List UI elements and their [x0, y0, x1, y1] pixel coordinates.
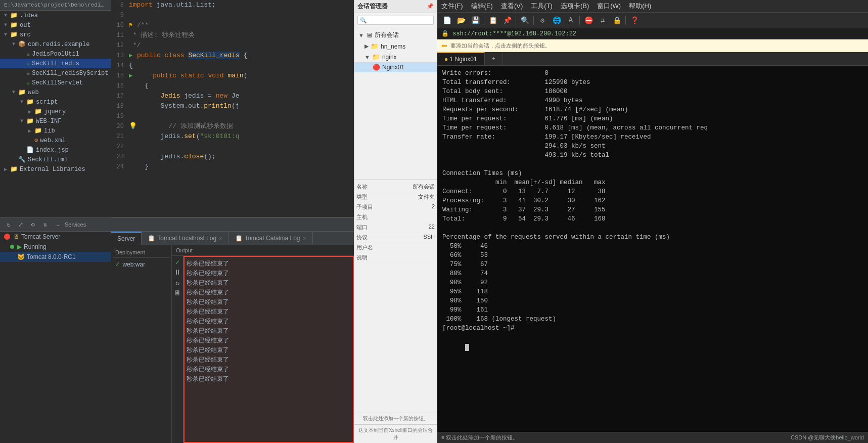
java-icon: ☕ — [26, 69, 30, 77]
menu-view[interactable]: 查看(V) — [501, 2, 523, 11]
server-tree-tomcat[interactable]: 🖥 Tomcat Server — [0, 232, 111, 242]
statusbar-right-text: CSDN @无聊大侠hello_world — [791, 434, 864, 441]
sort-btn[interactable]: ⇅ — [40, 220, 50, 229]
session-hn-nems[interactable]: ▶ 📁 hn_nems — [354, 41, 437, 52]
tree-arrow: ▶ — [4, 166, 10, 172]
code-editor[interactable]: 8 import java.util.List; 9 10 ⚑ /** 11 *… — [111, 0, 354, 217]
tree-item-indexjsp[interactable]: ▶ 📄 index.jsp — [0, 145, 111, 155]
file-tree: E:\JavaTest\project\Demo\redis\Seckill ▼… — [0, 0, 111, 217]
folder-icon: 📁 — [10, 165, 18, 173]
server-tree-running[interactable]: ▶ Running — [0, 242, 111, 252]
file-tree-header: E:\JavaTest\project\Demo\redis\Seckill — [0, 0, 111, 11]
terminal-output[interactable]: Write errors: 0 Total transferred: 12599… — [437, 66, 868, 432]
tree-item-seckillservlet[interactable]: ▶ ☕ SecKillServlet — [0, 78, 111, 87]
tree-arrow: ▼ — [12, 41, 18, 47]
toolbar-save[interactable]: 💾 — [470, 15, 481, 26]
tab-catalina-log[interactable]: 📋 Tomcat Catalina Log ✕ — [229, 232, 312, 244]
toolbar-divider5 — [625, 16, 626, 25]
menu-tabs[interactable]: 选项卡(B) — [561, 2, 589, 11]
tree-item-out[interactable]: ▼ 📁 out — [0, 20, 111, 30]
toolbar-new[interactable]: 📄 — [441, 15, 452, 26]
prop-type-value: 文件夹 — [418, 193, 435, 201]
term-line-4: HTML transferred: 4990 bytes — [442, 96, 863, 105]
menu-file[interactable]: 文件(F) — [441, 2, 463, 11]
session-panel: 会话管理器 📌 ▼ 🖥 所有会话 ▶ 📁 hn_nems ▼ 📁 nginx 🔴… — [354, 0, 437, 443]
tree-item-lib[interactable]: ▶ 📁 lib — [0, 126, 111, 136]
code-line-23: 23 jedis.close(); — [111, 152, 354, 162]
term-line-12: Connection Times (ms) — [442, 169, 863, 178]
session-search-input[interactable] — [357, 16, 434, 25]
toolbar-settings[interactable]: ⚙ — [537, 15, 548, 26]
tree-item-webxml[interactable]: ▶ ⚙ web.xml — [0, 136, 111, 145]
tree-item-com[interactable]: ▼ 📦 com.redis.example — [0, 39, 111, 49]
tree-item-src[interactable]: ▼ 📁 src — [0, 30, 111, 39]
all-sessions-label: 所有会话 — [375, 31, 399, 39]
server-tree-tomcat-version[interactable]: 🐱 Tomcat 8.0.0-RC1 — [0, 252, 111, 262]
session-pin-icon[interactable]: 📌 — [427, 3, 434, 10]
toolbar-connect[interactable]: 🌐 — [551, 15, 562, 26]
filter-btn[interactable]: ⚙ — [28, 220, 37, 229]
toolbar-search[interactable]: 🔍 — [519, 15, 530, 26]
expand-btn[interactable]: ⤢ — [16, 220, 25, 229]
menu-window[interactable]: 窗口(W) — [597, 2, 621, 11]
code-line-12: 12 */ — [111, 40, 354, 51]
stop-icon — [4, 234, 10, 240]
tab-close[interactable]: ✕ — [218, 236, 222, 241]
session-all[interactable]: ▼ 🖥 所有会话 — [354, 29, 437, 41]
menu-tools[interactable]: 工具(T) — [531, 2, 553, 11]
terminal-statusbar: ≡ 双击此处添加一个新的按钮。 CSDN @无聊大侠hello_world — [437, 432, 868, 443]
tree-item-script[interactable]: ▼ 📁 script — [0, 97, 111, 107]
term-tab-add[interactable]: + — [485, 53, 503, 65]
session-nginx01[interactable]: 🔴 Nginx01 — [354, 62, 437, 72]
log-line-12: 秒杀已经结束了 — [187, 365, 351, 374]
menu-edit[interactable]: 编辑(E) — [471, 2, 493, 11]
more-btn[interactable]: … — [53, 220, 62, 229]
code-content: 8 import java.util.List; 9 10 ⚑ /** 11 *… — [111, 0, 354, 172]
tree-item-jedispoolutil[interactable]: ▶ ☕ JedisPoolUtil — [0, 49, 111, 59]
log-line-5: 秒杀已经结束了 — [187, 297, 351, 307]
tree-item-seckill-byscript[interactable]: ▶ ☕ SecKill_redisByScript — [0, 68, 111, 78]
menu-help[interactable]: 帮助(H) — [629, 2, 651, 11]
term-tab-nginx01[interactable]: ● 1 Nginx01 — [437, 52, 485, 65]
tree-item-jquery[interactable]: ▶ 📁 jquery — [0, 107, 111, 116]
tree-item-web[interactable]: ▼ 📁 web — [0, 87, 111, 97]
toolbar-font[interactable]: A — [565, 15, 576, 26]
term-line-7: Time per request: 0.618 [ms] (mean, acro… — [442, 123, 863, 132]
server-icon-nginx01: 🔴 — [373, 64, 380, 71]
toolbar-transfer[interactable]: ⇄ — [597, 15, 608, 26]
services-toolbar: ↻ ⤢ ⚙ ⇅ … Services — [0, 218, 354, 232]
output-icon-check: ✓ — [175, 258, 179, 267]
tab-close2[interactable]: ✕ — [302, 236, 306, 241]
toolbar-help[interactable]: ❓ — [629, 15, 640, 26]
tab-nginx01-label: 1 Nginx01 — [450, 56, 477, 63]
tree-item-idea[interactable]: ▼ 📁 .idea — [0, 11, 111, 20]
folder-icon: 📁 — [34, 108, 42, 115]
toolbar-lock[interactable]: 🔒 — [611, 15, 622, 26]
prop-type: 类型 文件夹 — [356, 192, 435, 202]
jsp-icon: 📄 — [26, 146, 34, 154]
iml-icon: 🔧 — [18, 156, 26, 163]
toolbar-copy[interactable]: 📋 — [487, 15, 498, 26]
toolbar-open[interactable]: 📂 — [455, 15, 467, 26]
gutter-icon: ⚑ — [129, 20, 137, 30]
tab-server[interactable]: Server — [111, 232, 142, 245]
term-line-1: Write errors: 0 — [442, 69, 863, 78]
refresh-btn[interactable]: ↻ — [4, 220, 13, 229]
prop-port: 端口 22 — [356, 223, 435, 233]
tree-label: index.jsp — [36, 147, 69, 154]
tree-item-external[interactable]: ▶ 📁 External Libraries — [0, 164, 111, 174]
toolbar-paste[interactable]: 📌 — [501, 15, 513, 26]
folder-arrow: ▶ — [364, 43, 369, 50]
term-line-6: Time per request: 61.776 [ms] (mean) — [442, 114, 863, 123]
nginx01-label: Nginx01 — [382, 64, 404, 71]
log-line-13: 秒杀已经结束了 — [187, 374, 351, 384]
tree-item-webinf[interactable]: ▼ 📁 WEB-INF — [0, 116, 111, 126]
session-nginx-folder[interactable]: ▼ 📁 nginx — [354, 52, 437, 62]
tree-item-seckill-redis[interactable]: ▶ ☕ SecKill_redis — [0, 59, 111, 68]
tab-localhost-log[interactable]: 📋 Tomcat Localhost Log ✕ — [142, 232, 229, 244]
toolbar-stop[interactable]: ⛔ — [583, 15, 594, 26]
tree-item-seckill-iml[interactable]: ▶ 🔧 Seckill.iml — [0, 155, 111, 164]
log-line-4: 秒杀已经结束了 — [187, 288, 351, 297]
term-line-8: Transfer rate: 199.17 [Kbytes/sec] recei… — [442, 132, 863, 142]
toolbar-divider — [484, 16, 484, 25]
